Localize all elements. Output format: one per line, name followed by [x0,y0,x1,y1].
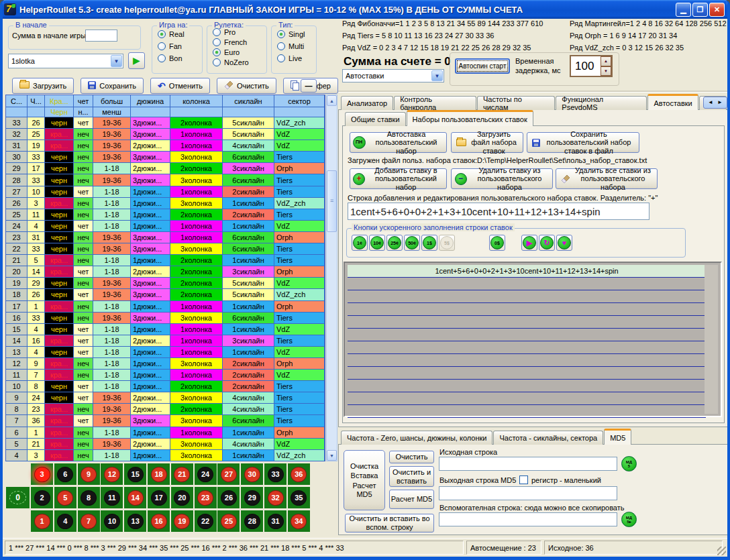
col-header[interactable]: колонка [170,95,223,107]
md5-aux-input[interactable] [439,512,617,526]
tab-2[interactable]: Частоты по числам [477,96,555,110]
title-bar[interactable]: 7 HelperRoullet 5.3- create helperroulle… [0,0,730,19]
radio-bon[interactable]: Bon [158,54,202,62]
board-cell-1[interactable]: 1 [31,510,53,532]
col-header[interactable]: сектор [274,95,325,107]
md5-all-button[interactable]: Очистка Вставка Расчет MD5 [344,450,385,510]
tab-scroll-buttons[interactable]: ◄► [703,97,727,109]
tab-4[interactable]: Автоставки [647,94,698,110]
board-cell-34[interactable]: 34 [288,510,310,532]
board-cell-17[interactable]: 17 [148,487,170,508]
board-cell-16[interactable]: 16 [148,510,170,532]
tab-0[interactable]: Анализатор [341,96,393,110]
chevron-down-icon[interactable]: ▼ [431,70,443,81]
play-bets-button[interactable]: ▶ [521,235,537,251]
radio-pro[interactable]: Pro [213,28,266,36]
run-preset-button[interactable]: ▶ [128,52,145,69]
bottom-tab-1[interactable]: Частота - сиклайны, сектора [493,431,603,445]
md5-run-aux-button[interactable]: МД5▸ [621,512,637,527]
autobet-user-set-button[interactable]: ПН Автоставка пользовательский набор [350,132,447,153]
col-header[interactable]: дюжина [131,95,170,107]
bottom-tab-2[interactable]: MD5 [604,429,631,445]
board-cell-13[interactable]: 13 [124,510,146,532]
board-cell-15[interactable]: 15 [124,463,146,485]
board-cell-9[interactable]: 9 [78,463,100,485]
board-cell-5[interactable]: 5 [54,487,76,508]
board-cell-4[interactable]: 4 [54,510,76,532]
board-cell-26[interactable]: 26 [217,487,240,508]
scroll-up-icon[interactable]: ▲ [327,95,337,106]
board-cell-20[interactable]: 20 [171,487,193,508]
load-button[interactable]: Загрузить [12,78,74,94]
tab-scroll-right-icon[interactable]: ► [717,99,723,105]
chip-button-25¢[interactable]: 25¢ [386,235,403,251]
board-cell-22[interactable]: 22 [195,510,217,532]
board-cell-23[interactable]: 23 [195,487,217,508]
radio-real[interactable]: Real [158,30,202,38]
bet-line-input[interactable] [348,203,649,220]
spinner-down-icon[interactable]: ▼ [601,66,611,76]
board-cell-30[interactable]: 30 [241,463,263,485]
chip-button-50¢[interactable]: 50¢ [404,235,420,251]
preset-combobox[interactable]: 1slotka ▼ [8,54,123,68]
chevron-down-icon[interactable]: ▼ [111,55,122,67]
minimize-button[interactable]: ▁ [676,3,691,17]
chip-button-0d[interactable]: 0$ [489,235,505,251]
save-bet-file-button[interactable]: Сохранить пользовательский набор ставок … [527,132,639,153]
radio-euro[interactable]: Euro [213,48,266,56]
board-cell-36[interactable]: 36 [288,463,310,485]
col-header[interactable]: Кра... [45,95,74,107]
col-header[interactable]: Ч... [28,95,45,107]
tab-3[interactable]: Функционал PsevdoMS [556,96,647,110]
board-cell-25[interactable]: 25 [217,510,240,532]
remove-bet-button[interactable]: − Удалить ставку из пользовательского на… [451,168,553,189]
radio-singl[interactable]: Singl [277,30,316,38]
board-cell-29[interactable]: 29 [241,487,263,508]
md5-output-input[interactable] [439,486,617,500]
paste-bets-button[interactable]: ♥ [556,235,572,251]
chip-button-1¢[interactable]: 1¢ [352,235,368,251]
remove-all-bets-button[interactable]: Удалить все ставки из пользовательского … [556,168,658,189]
subtab-1[interactable]: Наборы пользовательских ставок [407,110,533,126]
board-cell-35[interactable]: 35 [288,487,310,508]
col-header[interactable]: сиклайн [223,95,274,107]
col-header[interactable]: больш [93,95,131,107]
tab-scroll-left-icon[interactable]: ◄ [708,99,713,105]
md5-clear-paste-aux-button[interactable]: Очистить и вставить во вспом. строку [345,514,434,533]
board-cell-28[interactable]: 28 [241,510,263,532]
bottom-tab-0[interactable]: Частота - Zero, шансы, дюжины, колонки [341,431,492,445]
board-cell-33[interactable]: 33 [264,463,286,485]
scroll-down-icon[interactable]: ▼ [327,450,337,461]
md5-source-input[interactable] [439,457,617,471]
board-cell-19[interactable]: 19 [171,510,193,532]
chip-button-1$[interactable]: 1$ [421,235,437,251]
resize-grip[interactable] [717,547,726,555]
board-cell-8[interactable]: 8 [78,487,100,508]
board-cell-24[interactable]: 24 [195,463,217,485]
md5-calc-button[interactable]: Расчет MD5 [389,490,434,509]
board-cell-10[interactable]: 10 [101,510,123,532]
subtab-0[interactable]: Общие ставки [345,112,406,126]
close-button[interactable]: ✕ [709,3,725,17]
board-cell-21[interactable]: 21 [171,463,193,485]
radio-nozero[interactable]: NoZero [213,58,266,66]
radio-multi[interactable]: Multi [277,42,316,50]
tab-1[interactable]: Контроль банкролла [394,96,476,110]
refresh-bets-button[interactable]: ↻ [539,235,555,251]
delay-spinner[interactable]: 100 ▲ ▼ [570,55,613,77]
board-cell-31[interactable]: 31 [264,510,286,532]
board-cell-27[interactable]: 27 [217,463,240,485]
board-cell-12[interactable]: 12 [101,463,123,485]
autospin-start-button[interactable]: Автоспин старт [455,58,510,74]
start-sum-input[interactable] [85,30,117,42]
list-item[interactable]: 1cent+5+6+0+0+2+1+3+10cent+10+11+12+13+1… [348,265,706,278]
maximize-button[interactable]: ❐ [692,3,708,17]
col-header[interactable]: С... [6,95,28,107]
board-cell-2[interactable]: 2 [31,487,53,508]
board-cell-14[interactable]: 14 [124,487,146,508]
undo-button[interactable]: ↶Отменить [150,78,210,94]
board-cell-7[interactable]: 7 [78,510,100,532]
collapse-button[interactable]: — [301,79,317,93]
mode-combobox[interactable]: Автоставки ▼ [342,69,444,82]
md5-clear-button[interactable]: Очистить [389,451,434,463]
